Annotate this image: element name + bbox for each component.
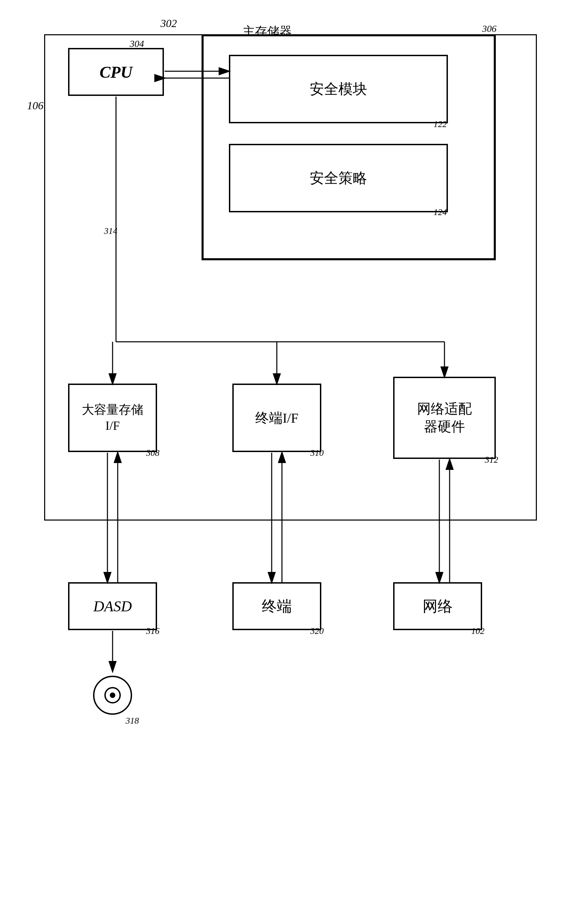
- terminal-if-box: 终端I/F: [232, 384, 321, 452]
- label-122: 122: [433, 119, 447, 129]
- security-module-text: 安全模块: [309, 79, 367, 99]
- security-module-box: 安全模块: [229, 55, 448, 123]
- mass-storage-text: 大容量存储I/F: [82, 402, 143, 434]
- security-policy-box: 安全策略: [229, 144, 448, 212]
- label-306: 306: [482, 23, 497, 34]
- label-318: 318: [125, 716, 139, 726]
- label-308: 308: [146, 448, 160, 458]
- network-adapter-box: 网络适配器硬件: [393, 377, 496, 459]
- label-314: 314: [104, 226, 117, 236]
- cpu-box: CPU: [68, 48, 164, 96]
- label-302: 302: [160, 17, 177, 30]
- label-312: 312: [485, 455, 498, 465]
- diagram-container: 302 106 CPU 304 主存储器 306 安全模块 122 安全策略 1…: [17, 14, 564, 904]
- svg-point-2: [110, 693, 115, 698]
- network-adapter-text: 网络适配器硬件: [417, 400, 472, 436]
- disk-symbol: [92, 671, 133, 719]
- dasd-text: DASD: [94, 597, 132, 615]
- label-106: 106: [27, 99, 43, 112]
- mass-storage-box: 大容量存储I/F: [68, 384, 157, 452]
- terminal-box: 终端: [232, 582, 321, 630]
- label-316: 316: [146, 626, 160, 636]
- label-310: 310: [310, 448, 324, 458]
- cpu-label: CPU: [100, 63, 132, 81]
- label-124: 124: [433, 207, 447, 218]
- terminal-if-text: 终端I/F: [255, 409, 299, 427]
- security-policy-text: 安全策略: [309, 168, 367, 188]
- network-box: 网络: [393, 582, 482, 630]
- label-320: 320: [310, 626, 324, 636]
- dasd-box: DASD: [68, 582, 157, 630]
- terminal-text: 终端: [262, 596, 292, 617]
- label-102: 102: [471, 626, 484, 636]
- label-304: 304: [130, 38, 144, 50]
- network-text: 网络: [423, 596, 453, 617]
